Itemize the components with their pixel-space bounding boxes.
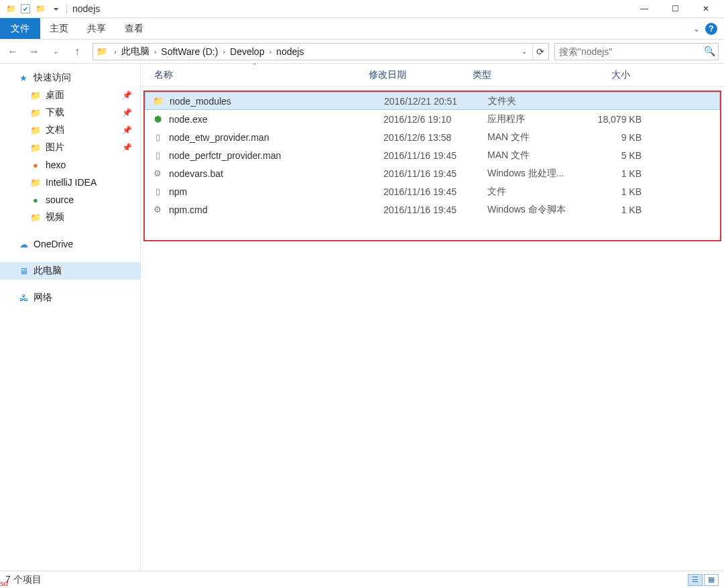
tab-view[interactable]: 查看 bbox=[115, 18, 153, 39]
file-name: nodevars.bat bbox=[169, 168, 377, 179]
file-name: npm.cmd bbox=[169, 204, 377, 215]
file-type: Windows 批处理... bbox=[481, 168, 581, 180]
sidebar-quick-item[interactable]: 📁下载📌 bbox=[0, 104, 140, 121]
chevron-right-icon[interactable]: › bbox=[219, 48, 229, 56]
file-tab[interactable]: 文件 bbox=[0, 18, 40, 39]
sidebar-quick-item[interactable]: 📁IntelliJ IDEA bbox=[0, 174, 140, 191]
qa-folder-icon[interactable]: 📁 bbox=[34, 3, 46, 15]
sidebar-quick-item[interactable]: 📁文档📌 bbox=[0, 121, 140, 139]
file-date: 2016/12/6 19:10 bbox=[377, 114, 481, 125]
file-row[interactable]: ⚙npm.cmd2016/11/16 19:45Windows 命令脚本1 KB bbox=[145, 200, 720, 219]
computer-icon: 🖥 bbox=[17, 266, 29, 276]
file-size: 18,079 KB bbox=[581, 114, 648, 125]
folder-icon: 📁 bbox=[29, 143, 42, 153]
breadcrumb-develop[interactable]: Develop bbox=[229, 46, 265, 57]
file-date: 2016/11/16 19:45 bbox=[377, 186, 481, 197]
file-size: 1 KB bbox=[581, 168, 648, 179]
sidebar-quick-item[interactable]: ●hexo bbox=[0, 156, 140, 174]
node-icon: ⬢ bbox=[150, 114, 165, 124]
file-date: 2016/12/6 13:58 bbox=[377, 132, 481, 143]
file-row[interactable]: 📁node_modules2016/12/21 20:51文件夹 bbox=[145, 92, 720, 110]
chevron-right-icon[interactable]: › bbox=[265, 48, 275, 56]
minimize-button[interactable]: — bbox=[629, 0, 660, 18]
sidebar-item-label: source bbox=[46, 194, 74, 205]
column-header-date[interactable]: 修改日期 bbox=[362, 64, 466, 86]
sidebar-item-label: 网络 bbox=[34, 292, 52, 304]
nav-back-button[interactable]: ← bbox=[3, 42, 23, 62]
sidebar-quick-item[interactable]: ●source bbox=[0, 191, 140, 209]
sidebar-item-label: 下载 bbox=[46, 107, 64, 119]
chevron-right-icon[interactable]: › bbox=[151, 48, 160, 56]
file-row[interactable]: ▯node_perfctr_provider.man2016/11/16 19:… bbox=[145, 146, 720, 164]
nav-up-button[interactable]: ↑ bbox=[67, 42, 87, 62]
breadcrumb-this-pc[interactable]: 此电脑 bbox=[120, 46, 151, 58]
file-row[interactable]: ▯npm2016/11/16 19:45文件1 KB bbox=[145, 182, 720, 200]
file-name: node_etw_provider.man bbox=[169, 132, 377, 143]
file-icon: ▯ bbox=[150, 132, 165, 142]
sidebar-item-onedrive[interactable]: ☁ OneDrive bbox=[0, 235, 140, 253]
breadcrumb-nodejs[interactable]: nodejs bbox=[275, 46, 305, 57]
breadcrumb-software-d[interactable]: SoftWare (D:) bbox=[160, 46, 219, 57]
file-size: 1 KB bbox=[581, 204, 648, 215]
file-type: 文件夹 bbox=[481, 95, 582, 107]
column-header-type[interactable]: 类型 bbox=[466, 64, 566, 86]
tab-share[interactable]: 共享 bbox=[78, 18, 115, 39]
script-icon: ⚙ bbox=[150, 204, 165, 215]
cloud-icon: ☁ bbox=[17, 239, 29, 249]
column-headers: ⌃ 名称 修改日期 类型 大小 bbox=[141, 64, 724, 86]
file-row[interactable]: ⬢node.exe2016/12/6 19:10应用程序18,079 KB bbox=[145, 110, 720, 128]
view-details-icon[interactable]: ☰ bbox=[688, 574, 703, 586]
help-icon[interactable]: ? bbox=[705, 23, 717, 35]
file-date: 2016/11/16 19:45 bbox=[377, 168, 481, 179]
sort-ascending-icon: ⌃ bbox=[252, 62, 257, 69]
maximize-button[interactable]: ☐ bbox=[660, 0, 690, 18]
tab-home[interactable]: 主页 bbox=[40, 18, 78, 39]
sidebar-quick-item[interactable]: 📁图片📌 bbox=[0, 139, 140, 156]
column-header-name[interactable]: ⌃ 名称 bbox=[147, 64, 362, 86]
sidebar-item-label: OneDrive bbox=[34, 239, 73, 249]
sidebar-item-this-pc[interactable]: 🖥 此电脑 bbox=[0, 262, 140, 280]
pin-icon: 📌 bbox=[122, 108, 132, 117]
network-icon: 🖧 bbox=[17, 293, 29, 303]
folder-icon: 📁 bbox=[29, 213, 42, 223]
search-input[interactable] bbox=[555, 46, 718, 57]
file-row[interactable]: ▯node_etw_provider.man2016/12/6 13:58MAN… bbox=[145, 128, 720, 146]
close-button[interactable]: ✕ bbox=[690, 0, 721, 18]
file-name: node_perfctr_provider.man bbox=[169, 150, 377, 161]
file-row[interactable]: ⚙nodevars.bat2016/11/16 19:45Windows 批处理… bbox=[145, 164, 720, 182]
window-folder-icon: 📁 bbox=[5, 3, 17, 15]
qa-checkbox-icon[interactable]: ✔ bbox=[21, 4, 30, 13]
ribbon-expand-icon[interactable]: ⌄ bbox=[693, 24, 700, 34]
nav-recent-dropdown[interactable]: ⌄ bbox=[46, 42, 66, 62]
sidebar-item-label: 视频 bbox=[46, 211, 64, 223]
address-dropdown-icon[interactable]: ⌄ bbox=[518, 44, 531, 60]
sidebar-item-label: IntelliJ IDEA bbox=[46, 177, 97, 188]
qa-overflow-icon[interactable]: ⏷ bbox=[50, 3, 62, 15]
file-name: node_modules bbox=[170, 96, 377, 107]
sidebar-quick-item[interactable]: 📁视频 bbox=[0, 209, 140, 226]
script-icon: ⚙ bbox=[150, 168, 165, 178]
file-type: MAN 文件 bbox=[481, 150, 581, 162]
view-large-icons-icon[interactable]: ▦ bbox=[704, 574, 719, 586]
dot-icon: ● bbox=[29, 160, 42, 170]
address-bar[interactable]: 📁 › 此电脑 › SoftWare (D:) › Develop › node… bbox=[93, 43, 549, 60]
sidebar-item-quick-access[interactable]: ★ 快速访问 bbox=[0, 69, 140, 86]
nav-forward-button[interactable]: → bbox=[24, 42, 44, 62]
folder-icon: 📁 bbox=[151, 96, 166, 106]
sidebar-item-label: 此电脑 bbox=[34, 265, 62, 277]
chevron-right-icon[interactable]: › bbox=[111, 48, 120, 56]
refresh-icon[interactable]: ⟳ bbox=[532, 44, 547, 60]
file-list-pane: ⌃ 名称 修改日期 类型 大小 📁node_modules2016/12/21 … bbox=[141, 64, 724, 571]
sidebar-item-label: hexo bbox=[46, 160, 66, 170]
column-header-size[interactable]: 大小 bbox=[566, 64, 637, 86]
sidebar-item-network[interactable]: 🖧 网络 bbox=[0, 289, 140, 306]
star-icon: ★ bbox=[17, 73, 29, 83]
sidebar-item-label: 快速访问 bbox=[34, 72, 71, 84]
search-icon[interactable]: 🔍 bbox=[704, 46, 715, 56]
breadcrumb-folder-icon: 📁 bbox=[96, 46, 108, 58]
sidebar-quick-item[interactable]: 📁桌面📌 bbox=[0, 86, 140, 104]
search-box[interactable]: 🔍 bbox=[554, 43, 719, 60]
navigation-pane: ★ 快速访问 📁桌面📌📁下载📌📁文档📌📁图片📌●hexo📁IntelliJ ID… bbox=[0, 64, 141, 571]
file-date: 2016/12/21 20:51 bbox=[377, 96, 481, 107]
file-date: 2016/11/16 19:45 bbox=[377, 150, 481, 161]
